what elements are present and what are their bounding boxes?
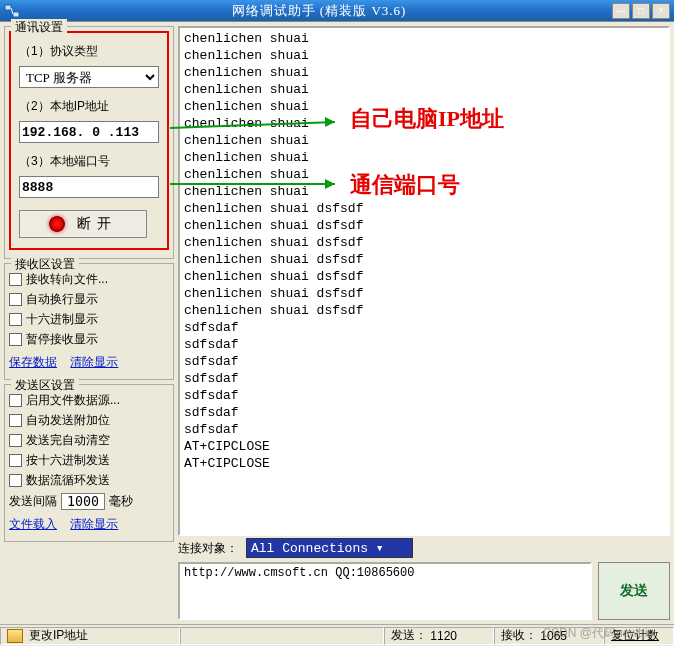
clear-send-link[interactable]: 清除显示 (70, 517, 118, 531)
disconnect-button[interactable]: 断开 (19, 210, 147, 238)
sent-label: 发送： (391, 627, 427, 644)
send-button[interactable]: 发送 (598, 562, 670, 620)
recv-settings-group: 接收区设置 接收转向文件... 自动换行显示 十六进制显示 暂停接收显示 保存数… (4, 263, 174, 380)
comm-settings-group: 通讯设置 （1）协议类型 TCP 服务器 （2）本地IP地址 （3）本地端口号 … (4, 26, 174, 259)
maximize-button[interactable]: □ (632, 3, 650, 19)
ip-label: （2）本地IP地址 (19, 98, 159, 115)
send-loop-label: 数据流循环发送 (26, 472, 110, 489)
minimize-button[interactable]: — (612, 3, 630, 19)
send-append-checkbox[interactable] (9, 414, 22, 427)
interval-label: 发送间隔 (9, 493, 57, 510)
svg-rect-0 (5, 5, 11, 10)
recv-pause-checkbox[interactable] (9, 333, 22, 346)
send-loop-checkbox[interactable] (9, 474, 22, 487)
send-legend: 发送区设置 (11, 377, 79, 394)
port-label: （3）本地端口号 (19, 153, 159, 170)
watermark: CSDN @代码newbie (542, 625, 654, 642)
comm-highlight-box: （1）协议类型 TCP 服务器 （2）本地IP地址 （3）本地端口号 断开 (9, 31, 169, 250)
close-button[interactable]: × (652, 3, 670, 19)
recv-tofile-label: 接收转向文件... (26, 271, 108, 288)
svg-rect-1 (13, 12, 19, 17)
recv-wrap-label: 自动换行显示 (26, 291, 98, 308)
send-hex-label: 按十六进制发送 (26, 452, 110, 469)
window-title: 网络调试助手 (精装版 V3.6) (26, 2, 612, 20)
ip-input[interactable] (19, 121, 159, 143)
send-hex-checkbox[interactable] (9, 454, 22, 467)
recv-wrap-checkbox[interactable] (9, 293, 22, 306)
send-autoclear-checkbox[interactable] (9, 434, 22, 447)
connection-select[interactable]: All Connections ▾ (246, 538, 413, 558)
file-load-link[interactable]: 文件载入 (9, 517, 57, 531)
send-settings-group: 发送区设置 启用文件数据源... 自动发送附加位 发送完自动清空 按十六进制发送… (4, 384, 174, 542)
save-data-link[interactable]: 保存数据 (9, 355, 57, 369)
interval-input[interactable] (61, 493, 105, 510)
recv-tofile-checkbox[interactable] (9, 273, 22, 286)
recv-hex-label: 十六进制显示 (26, 311, 98, 328)
interval-unit: 毫秒 (109, 493, 133, 510)
port-input[interactable] (19, 176, 159, 198)
send-filesrc-checkbox[interactable] (9, 394, 22, 407)
send-filesrc-label: 启用文件数据源... (26, 392, 120, 409)
protocol-label: （1）协议类型 (19, 43, 159, 60)
change-ip-link[interactable]: 更改IP地址 (29, 627, 88, 644)
receive-log[interactable]: chenlichen shuai chenlichen shuai chenli… (178, 26, 670, 536)
conn-label: 连接对象： (178, 540, 238, 557)
recv-pause-label: 暂停接收显示 (26, 331, 98, 348)
send-textarea[interactable]: http://www.cmsoft.cn QQ:10865600 (178, 562, 592, 620)
record-icon (49, 216, 65, 232)
clear-recv-link[interactable]: 清除显示 (70, 355, 118, 369)
comm-legend: 通讯设置 (11, 19, 67, 36)
recv-label: 接收： (501, 627, 537, 644)
recv-hex-checkbox[interactable] (9, 313, 22, 326)
app-icon (4, 3, 20, 19)
recv-legend: 接收区设置 (11, 256, 79, 273)
status-icon (7, 629, 23, 643)
send-autoclear-label: 发送完自动清空 (26, 432, 110, 449)
protocol-select[interactable]: TCP 服务器 (19, 66, 159, 88)
sent-value: 1120 (430, 629, 457, 643)
send-append-label: 自动发送附加位 (26, 412, 110, 429)
titlebar: 网络调试助手 (精装版 V3.6) — □ × (0, 0, 674, 22)
disconnect-label: 断开 (77, 215, 117, 233)
